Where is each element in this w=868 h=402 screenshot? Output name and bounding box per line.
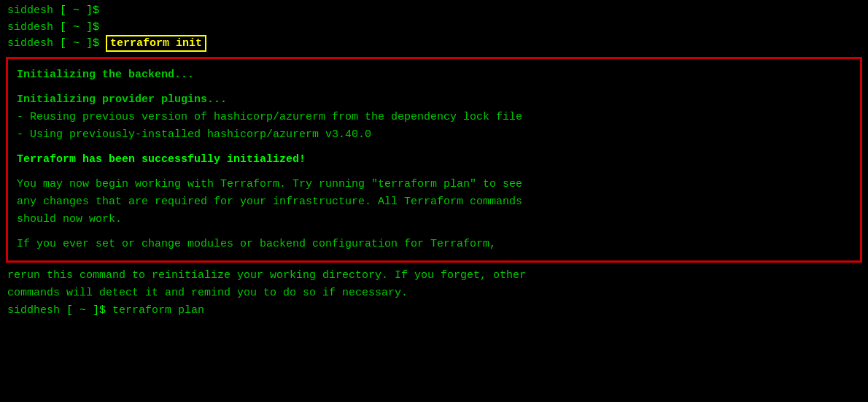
blank-2	[17, 144, 851, 151]
prompt-prefix-1: siddesh	[7, 4, 53, 17]
prompt-line-3: siddesh [ ~ ]$ terraform init	[7, 36, 861, 53]
blank-3	[17, 169, 851, 176]
init-plugins-line: Initializing provider plugins...	[17, 91, 851, 109]
bottom-section: rerun this command to reinitialize your …	[0, 266, 868, 321]
last-prompt-line: siddhesh [ ~ ]$ terraform plan	[7, 302, 861, 320]
init-backend-line: Initializing the backend...	[17, 66, 851, 84]
prompt-line-1: siddesh [ ~ ]$	[7, 3, 861, 20]
blank-1	[17, 84, 851, 91]
prompt-bracket-2: [ ~ ]$	[53, 21, 99, 34]
if-you-ever-line: If you ever set or change modules or bac…	[17, 236, 851, 253]
prompt-prefix-3: siddesh	[7, 37, 53, 50]
prompt-line-2: siddesh [ ~ ]$	[7, 20, 861, 36]
blank-4	[17, 228, 851, 236]
using-installed-line: - Using previously-installed hashicorp/a…	[17, 126, 851, 144]
prompt-bracket-3: [ ~ ]$	[53, 37, 99, 50]
top-prompts: siddesh [ ~ ]$ siddesh [ ~ ]$ siddesh [ …	[0, 0, 868, 54]
output-box: Initializing the backend... Initializing…	[6, 57, 862, 263]
reusing-version-line: - Reusing previous version of hashicorp/…	[17, 109, 851, 126]
rerun-line: rerun this command to reinitialize your …	[7, 267, 861, 285]
prompt-bracket-1: [ ~ ]$	[53, 4, 99, 17]
terraform-plan-command: terraform plan	[106, 304, 204, 317]
last-prompt-bracket: [ ~ ]$	[60, 304, 106, 317]
last-prompt-prefix: siddhesh	[7, 304, 60, 317]
begin-working-line: You may now begin working with Terraform…	[17, 176, 851, 228]
commands-detect-line: commands will detect it and remind you t…	[7, 285, 861, 302]
terraform-init-command: terraform init	[106, 35, 206, 52]
prompt-prefix-2: siddesh	[7, 21, 53, 34]
success-line: Terraform has been successfully initiali…	[17, 151, 851, 169]
terminal-window: siddesh [ ~ ]$ siddesh [ ~ ]$ siddesh [ …	[0, 0, 868, 402]
